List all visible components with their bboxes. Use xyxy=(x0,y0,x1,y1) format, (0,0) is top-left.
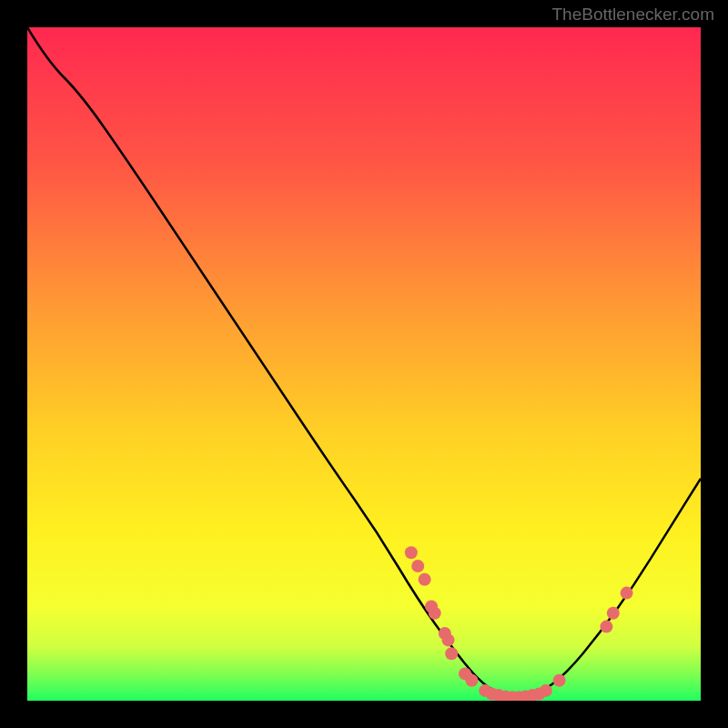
scatter-point xyxy=(465,674,478,687)
chart-curve xyxy=(27,27,701,701)
scatter-point xyxy=(445,647,458,660)
scatter-point xyxy=(621,587,633,600)
bottleneck-curve-line xyxy=(27,27,701,696)
scatter-points-group xyxy=(405,546,633,701)
plot-area xyxy=(27,27,701,701)
scatter-point xyxy=(411,560,424,572)
watermark-text: TheBottlenecker.com xyxy=(552,5,714,25)
scatter-point xyxy=(600,621,612,633)
scatter-point xyxy=(553,674,566,687)
scatter-point xyxy=(429,607,441,620)
scatter-point xyxy=(419,573,431,586)
scatter-point xyxy=(540,684,552,697)
scatter-point xyxy=(607,607,620,620)
scatter-point xyxy=(405,546,418,559)
scatter-point xyxy=(442,633,455,646)
